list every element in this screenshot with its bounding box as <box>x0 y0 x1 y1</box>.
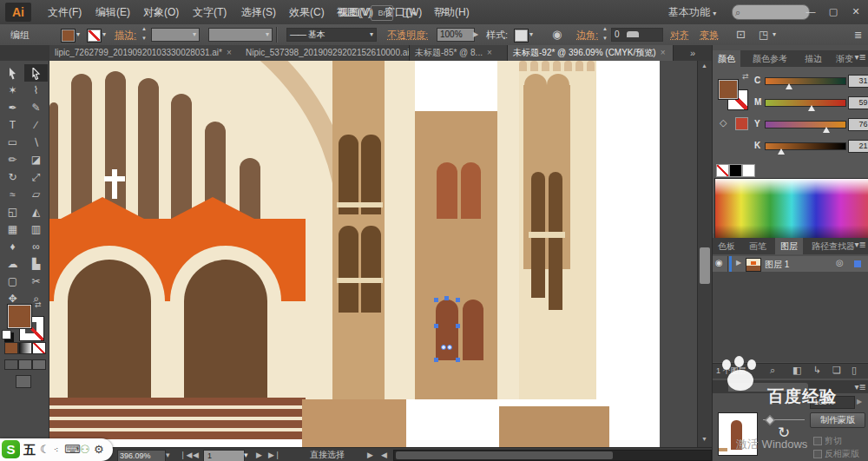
selection-anchor[interactable] <box>434 324 438 328</box>
scale-tool[interactable]: ⤢ <box>24 168 48 186</box>
layer-selection-chip[interactable] <box>854 260 861 267</box>
steps[interactable] <box>49 398 306 439</box>
channel-slider[interactable] <box>765 77 846 85</box>
line-segment-tool[interactable]: ∕ <box>24 116 48 134</box>
rotate-tool[interactable]: ↻ <box>1 168 24 186</box>
opacity-field[interactable]: 100% <box>437 28 475 42</box>
artboard-tool[interactable]: ▢ <box>1 273 24 290</box>
artboard-field[interactable]: 1 <box>203 450 245 461</box>
opacity-caret-icon[interactable]: ▶ <box>473 24 478 45</box>
tab-color-guide[interactable]: 颜色参考 <box>747 50 792 67</box>
color-mode-button[interactable] <box>4 342 18 354</box>
hscroll-left-icon[interactable]: ◀ <box>381 448 387 461</box>
channel-value[interactable]: 31.16 <box>848 75 868 88</box>
document-tab[interactable]: lipic_7262799_20190920103330028031.ai*× <box>49 45 241 61</box>
corner-stepper[interactable]: ▲▼ <box>602 24 608 45</box>
channel-value[interactable]: 21.37 <box>848 140 868 153</box>
workspace-switcher[interactable]: 基本功能 ▾ <box>668 4 716 22</box>
opacity-panel-field[interactable]: 100% <box>810 396 855 409</box>
corner-field[interactable]: 0 <box>611 28 663 42</box>
gamut-swatch[interactable] <box>735 117 748 130</box>
stroke-color-swatch[interactable] <box>87 29 102 43</box>
minimize-button[interactable]: — <box>800 3 821 19</box>
caret-icon[interactable]: ▾ <box>773 24 776 45</box>
visibility-eye-icon[interactable]: ◉ <box>715 258 723 267</box>
none-mode-button[interactable] <box>32 342 46 354</box>
ime-toolbar[interactable]: S 五 ☾ ⁖ ⌨ ⚇ ⚙ <box>0 438 113 461</box>
locate-object-icon[interactable]: ⌕ <box>770 365 775 376</box>
moon-icon[interactable]: ☾ <box>40 441 50 458</box>
channel-slider[interactable] <box>765 121 846 128</box>
brush-definition-dropdown[interactable]: —— 基本▾ <box>286 28 377 42</box>
selection-anchor[interactable] <box>456 324 460 328</box>
bounding-box-icon[interactable]: ⊡ <box>736 24 746 45</box>
selection-anchor[interactable] <box>444 296 449 300</box>
arch-doorway[interactable] <box>184 260 267 399</box>
black-swatch[interactable] <box>729 164 742 177</box>
first-artboard-icon[interactable]: ❘◀ <box>180 448 192 461</box>
fill-indicator[interactable] <box>7 304 32 329</box>
voice-icon[interactable]: ⚇ <box>80 441 90 458</box>
delete-layer-icon[interactable]: ▯ <box>852 365 857 376</box>
stroke-link[interactable]: 描边: <box>115 24 136 45</box>
style-swatch[interactable] <box>514 29 529 43</box>
tab-stroke[interactable]: 描边 <box>799 50 827 67</box>
colonnade-column[interactable] <box>49 102 58 219</box>
document-tab[interactable]: Nipic_537398_20190929202152610000.ai*× <box>240 45 410 61</box>
gradient-mode-button[interactable] <box>18 342 32 354</box>
tab-overflow-icon[interactable]: » <box>690 45 695 61</box>
slider-thumb[interactable] <box>786 83 792 89</box>
draw-inside-button[interactable] <box>32 359 46 370</box>
gradient-tool[interactable]: ▥ <box>24 221 48 238</box>
slider-thumb[interactable] <box>808 105 815 111</box>
horizontal-scrollbar[interactable] <box>393 450 712 461</box>
eraser-tool[interactable]: ◪ <box>24 151 48 168</box>
ground-band[interactable] <box>499 406 609 447</box>
panel-menu-icon[interactable]: ▾≣ <box>855 240 866 249</box>
eyedropper-tool[interactable]: ♦ <box>1 238 24 255</box>
artboard-canvas[interactable]: ▲ ▼ <box>49 61 712 447</box>
channel-value[interactable]: 76.95 <box>848 118 868 131</box>
free-transform-tool[interactable]: ▱ <box>24 186 48 203</box>
caret-icon[interactable]: ▾ <box>102 24 106 45</box>
horizontal-scroll-thumb[interactable] <box>396 451 613 459</box>
magic-wand-tool[interactable]: ✶ <box>1 82 24 99</box>
search-input[interactable]: ⌕ <box>732 4 810 20</box>
transparency-panel-header[interactable]: ▾≣ <box>713 380 868 393</box>
rectangle-tool[interactable]: ▭ <box>1 134 24 151</box>
roof-triangle[interactable] <box>171 197 254 219</box>
opacity-panel-caret-icon[interactable]: ▶ <box>857 398 862 405</box>
lasso-tool[interactable]: ⌇ <box>24 82 48 99</box>
recolor-artwork-icon[interactable]: ◉ <box>552 24 562 45</box>
panel-menu-icon[interactable]: ▾≣ <box>855 52 866 62</box>
pen-tool[interactable]: ✒ <box>1 99 24 116</box>
anchor-dot[interactable] <box>441 345 446 350</box>
invert-mask-checkbox[interactable]: 反相蒙版 <box>813 448 859 460</box>
blend-tool[interactable]: ∞ <box>24 238 48 255</box>
variable-width-dropdown[interactable]: ▾ <box>208 28 273 42</box>
tab-brushes[interactable]: 画笔 <box>744 238 772 254</box>
transform-link[interactable]: 变换 <box>700 24 719 45</box>
layer-name[interactable]: 图层 1 <box>765 259 789 271</box>
curvature-pen-tool[interactable]: ✎ <box>24 99 48 116</box>
none-swatch[interactable] <box>716 164 729 177</box>
direct-selection-tool[interactable] <box>24 64 48 82</box>
cs-live-icon[interactable]: ≈ <box>441 3 448 18</box>
align-link[interactable]: 对齐 <box>670 24 689 45</box>
bridge-button[interactable]: Br <box>371 5 393 21</box>
tab-color[interactable]: 颜色 <box>713 50 740 67</box>
channel-slider[interactable] <box>765 99 846 107</box>
clip-checkbox[interactable]: 剪切 <box>813 435 842 447</box>
cube-warning-icon[interactable]: ◇ <box>720 117 727 128</box>
swap-colors-icon[interactable]: ⇄ <box>742 72 749 81</box>
document-tab[interactable]: 未标题-85* @ 8...× <box>410 45 508 61</box>
stroke-stepper[interactable]: ▲▼ <box>141 24 148 45</box>
ime-mode-label[interactable]: 五 <box>23 441 36 458</box>
selection-tool[interactable] <box>1 64 24 82</box>
arch-doorway[interactable] <box>68 260 151 399</box>
next-artboard-icon[interactable]: ▶ <box>256 448 262 461</box>
panel-fill-swatch[interactable] <box>718 79 739 100</box>
draw-behind-button[interactable] <box>18 359 32 370</box>
default-fill-stroke-icon[interactable] <box>2 330 11 339</box>
layer-thumbnail[interactable] <box>746 258 761 272</box>
